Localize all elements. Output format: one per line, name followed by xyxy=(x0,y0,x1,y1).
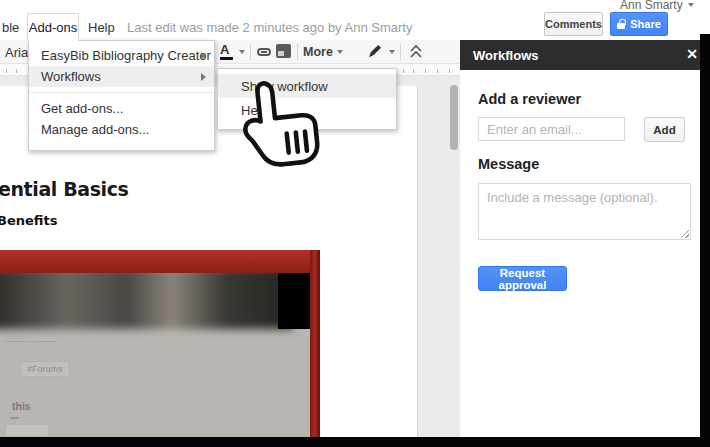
addons-dropdown-menu: EasyBib Bibliography Creator Workflows G… xyxy=(28,40,215,151)
message-heading: Message xyxy=(478,156,539,172)
toolbar-separator xyxy=(400,44,401,60)
image-dash-mark xyxy=(10,417,19,419)
edit-mode-caret-icon[interactable] xyxy=(389,50,395,54)
insert-image-icon[interactable] xyxy=(276,44,291,58)
pointing-hand-cursor-icon xyxy=(233,75,330,172)
last-edit-status[interactable]: Last edit was made 2 minutes ago by Ann … xyxy=(127,20,412,35)
workflows-sidebar-panel: Workflows ✕ Add a reviewer Add Message R… xyxy=(460,40,710,447)
menubar-item-addons[interactable]: Add-ons xyxy=(27,13,79,41)
more-button[interactable]: More xyxy=(303,45,333,59)
image-black-region xyxy=(278,273,310,329)
menu-item-easybib[interactable]: EasyBib Bibliography Creator xyxy=(29,45,214,66)
insert-link-icon[interactable] xyxy=(256,45,272,59)
menu-item-workflows[interactable]: Workflows xyxy=(29,66,214,87)
panel-header: Workflows ✕ xyxy=(460,40,710,70)
submenu-arrow-icon xyxy=(201,52,206,60)
window-edge-bottom xyxy=(0,437,710,447)
document-heading: ential Basics xyxy=(0,178,128,200)
request-approval-button[interactable]: Request approval xyxy=(478,266,567,291)
add-reviewer-heading: Add a reviewer xyxy=(478,91,581,107)
account-menu[interactable]: Ann Smarty xyxy=(620,0,694,12)
comments-button[interactable]: Comments xyxy=(544,12,603,36)
account-name: Ann Smarty xyxy=(620,0,683,12)
text-color-swatch xyxy=(220,57,233,60)
embedded-image-content: #Forums this xyxy=(0,273,310,437)
menubar-item-help[interactable]: Help xyxy=(88,20,115,35)
menu-item-get-addons[interactable]: Get add-ons... xyxy=(29,98,214,119)
menu-item-label: Workflows xyxy=(41,69,101,84)
menubar-item-partial-table[interactable]: ble xyxy=(2,20,19,35)
text-color-caret-icon[interactable] xyxy=(239,50,245,54)
image-divider-line xyxy=(6,341,56,342)
share-button[interactable]: Share xyxy=(610,12,668,36)
document-subheading: Benefits xyxy=(0,213,57,228)
toolbar-separator xyxy=(250,44,251,60)
image-light-box xyxy=(6,425,48,436)
app-window: ble Add-ons Help Last edit was made 2 mi… xyxy=(0,0,710,447)
toolbar-separator xyxy=(297,44,298,60)
edit-mode-pencil-icon[interactable] xyxy=(367,44,382,59)
menu-item-label: EasyBib Bibliography Creator xyxy=(41,48,211,63)
addons-label: Add-ons xyxy=(29,20,77,35)
add-reviewer-button[interactable]: Add xyxy=(644,117,685,142)
message-textarea[interactable] xyxy=(478,183,691,240)
lock-icon xyxy=(617,23,625,29)
close-icon[interactable]: ✕ xyxy=(686,46,698,62)
panel-title: Workflows xyxy=(473,48,539,63)
document-scrollbar[interactable] xyxy=(450,85,458,150)
image-text-snippet: this xyxy=(12,400,31,412)
reviewer-email-input[interactable] xyxy=(478,117,625,141)
text-color-icon[interactable]: A xyxy=(220,43,233,60)
document-embedded-image[interactable]: #Forums this xyxy=(0,250,320,437)
image-red-border-right xyxy=(310,250,320,437)
blurred-image-header xyxy=(0,273,292,329)
chevron-down-icon xyxy=(688,3,694,7)
menu-item-manage-addons[interactable]: Manage add-ons... xyxy=(29,119,214,140)
comments-label: Comments xyxy=(545,18,602,30)
image-red-border-top xyxy=(0,250,320,273)
menu-item-label: Get add-ons... xyxy=(41,101,123,116)
top-menubar: ble Add-ons Help Last edit was made 2 mi… xyxy=(0,0,710,40)
menu-separator xyxy=(29,92,214,93)
submenu-arrow-icon xyxy=(201,73,206,81)
share-label: Share xyxy=(630,18,661,30)
collapse-toolbar-icon[interactable] xyxy=(409,44,423,59)
window-edge-right xyxy=(700,34,710,447)
image-forums-tag: #Forums xyxy=(20,361,70,377)
font-family-select[interactable]: Aria xyxy=(5,45,28,60)
menu-item-label: Manage add-ons... xyxy=(41,122,149,137)
more-caret-icon[interactable] xyxy=(337,50,343,54)
